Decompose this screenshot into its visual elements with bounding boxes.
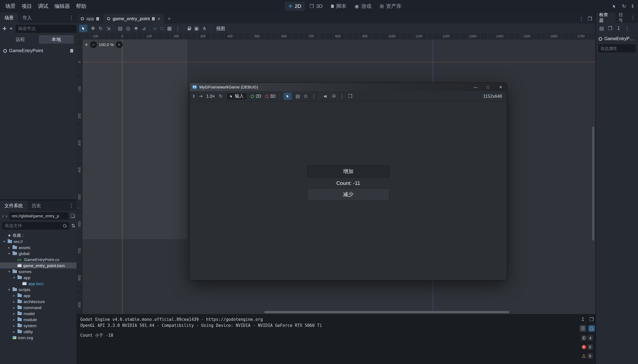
filter-files-field[interactable] [2,222,69,230]
pick-cursor-icon[interactable] [612,4,616,8]
collapse-icon[interactable] [12,276,16,280]
scene-tab-app[interactable]: app [77,14,103,23]
menu-project[interactable]: 项目 [19,0,35,13]
menu-debug[interactable]: 调试 [35,0,51,13]
expand-icon[interactable] [12,312,16,316]
dock-menu-icon[interactable] [69,15,74,20]
pause-icon[interactable] [632,4,634,9]
context-2d[interactable]: 2D [285,2,305,11]
maximize-button[interactable] [482,83,494,91]
rotate-tool-icon[interactable] [99,26,103,31]
mute-audio-icon[interactable] [324,94,328,98]
file-row-scenes-app[interactable]: app [0,274,76,280]
tab-inspector[interactable]: 检查器 [596,13,615,23]
copy-log-button[interactable] [588,316,595,323]
file-row-scenes[interactable]: scenes [0,268,76,274]
path-input[interactable] [12,214,66,218]
increase-button[interactable]: 增加 [307,165,389,177]
collapse-icon[interactable] [7,270,11,274]
restart-icon[interactable] [622,4,626,9]
tab-scene[interactable]: 场景 [0,13,18,23]
ruler-tool-icon[interactable] [142,26,146,31]
mode-3d-label[interactable]: 3D [270,94,276,99]
save-res-icon[interactable] [616,26,621,31]
list-select-icon[interactable] [118,26,122,31]
log-search-button[interactable] [588,325,595,332]
instantiate-scene-icon[interactable] [9,26,13,31]
context-game[interactable]: 游戏 [351,2,375,11]
expand-icon[interactable] [12,330,16,334]
menu-editor[interactable]: 编辑器 [51,0,73,13]
context-3d[interactable]: 3D [306,2,326,11]
local-button[interactable]: 本地 [39,35,74,44]
node-type-select-icon[interactable] [296,94,300,99]
path-field[interactable] [9,212,69,220]
tab-history[interactable]: 历史 [27,200,45,211]
expand-viewport-icon[interactable] [588,16,592,21]
expand-icon[interactable] [12,306,16,310]
skeleton-icon[interactable] [202,26,206,31]
scale-tool-icon[interactable] [106,26,110,31]
debug-messages-badge[interactable]: 4 [581,335,593,341]
lock-icon[interactable] [188,28,191,30]
log-filter-button[interactable] [580,325,586,332]
camera-override-icon[interactable] [332,94,336,99]
camera-3d-icon[interactable] [265,95,268,98]
split-view-icon[interactable] [70,214,75,218]
horizontal-scrollbar[interactable] [264,311,509,313]
group-icon[interactable] [194,26,199,31]
pivot-tool-icon[interactable] [126,26,130,31]
move-tool-icon[interactable] [91,26,95,31]
warnings-badge[interactable]: 0 [581,353,593,359]
speed-multiplier[interactable]: 1.0× [206,94,215,99]
select-options-icon[interactable] [311,94,316,99]
dock-menu-icon[interactable] [630,15,635,20]
expand-icon[interactable] [12,324,16,328]
attached-script-icon[interactable] [70,49,73,53]
tab-import[interactable]: 导入 [18,13,36,23]
filter-nodes-input[interactable] [18,26,75,31]
inspected-node[interactable]: GameEntryPoint.. [596,34,638,44]
expand-icon[interactable] [12,300,16,304]
expand-icon[interactable] [12,318,16,322]
visibility-icon[interactable] [304,94,308,99]
minimize-button[interactable] [469,83,482,91]
collapse-icon[interactable] [7,251,11,256]
snap-options-icon[interactable] [160,26,163,31]
select-tool-button[interactable] [79,25,87,32]
tab-signals[interactable]: 信号 [615,13,630,23]
file-row-utility[interactable]: utility [0,329,76,335]
zoom-in-button[interactable] [116,41,123,48]
inspector-extra-icon[interactable] [625,26,630,31]
pan-tool-icon[interactable] [134,26,138,31]
camera-options-icon[interactable] [340,94,344,99]
close-tab-icon[interactable] [157,17,160,21]
embed-fullscreen-icon[interactable] [348,94,352,99]
scene-tab-game-entry-point[interactable]: game_entry_point [103,14,164,23]
file-row-assets[interactable]: assets [0,244,76,250]
menu-help[interactable]: 帮助 [73,0,89,13]
view-menu[interactable]: 视图 [214,25,228,32]
file-row-module[interactable]: module [0,316,76,322]
decrease-button[interactable]: 减少 [307,188,389,200]
context-assetlib[interactable]: 资产库 [376,2,405,11]
file-row-system[interactable]: system [0,322,76,329]
vertical-scrollbar[interactable] [592,126,594,241]
new-scene-tab-button[interactable] [164,14,174,23]
sort-icon[interactable] [71,223,75,228]
file-row-app-tscn[interactable]: app.tscn [0,280,76,286]
nav-back-icon[interactable] [2,214,4,218]
zoom-level[interactable]: 100.0 % [99,42,114,47]
scene-node-root[interactable]: GameEntryPoint [0,47,76,55]
new-resource-icon[interactable] [599,26,604,31]
save-log-button[interactable] [580,316,586,323]
errors-badge[interactable]: 0 [582,344,593,350]
file-row-architecture[interactable]: architecture [0,298,76,304]
file-row-favorites[interactable]: 收藏： [0,232,76,238]
input-mode-button[interactable]: 输入 [226,93,247,100]
file-row-icon-svg[interactable]: icon.svg [0,335,76,341]
tab-options-icon[interactable] [579,16,584,21]
file-row-scripts-app[interactable]: app [0,292,76,298]
file-row-scripts[interactable]: scripts [0,286,76,292]
file-row-global[interactable]: global [0,250,76,256]
